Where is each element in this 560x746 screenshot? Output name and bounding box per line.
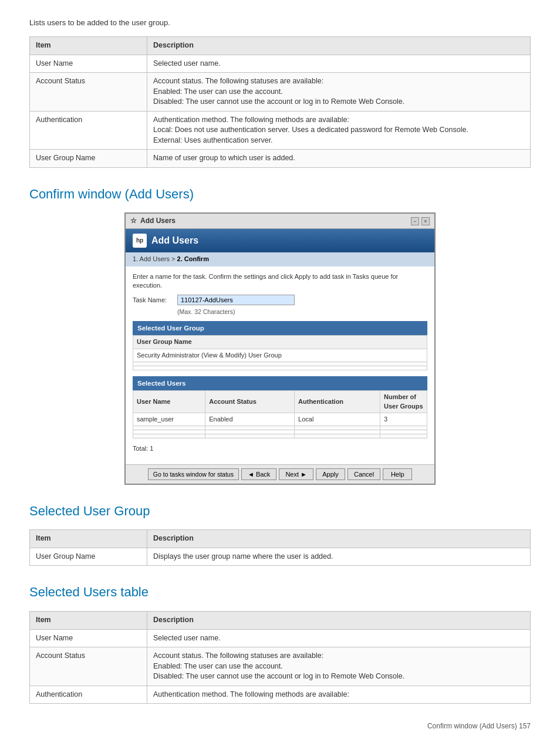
dialog-wrapper: ☆ Add Users − × hp Add Users 1. Add User…: [29, 212, 531, 484]
task-name-input[interactable]: [177, 295, 295, 305]
breadcrumb-arrow: >: [171, 255, 177, 262]
selected-user-group-table: Item Description User Group NameDisplays…: [29, 529, 531, 566]
page-footer: Confirm window (Add Users) 157: [29, 721, 531, 731]
users-table-cell: sample_user: [133, 413, 205, 426]
header-logo: hp: [133, 234, 147, 248]
section1-heading: Confirm window (Add Users): [29, 185, 531, 204]
users-table-cell: [380, 430, 427, 434]
users-table-cell: [205, 430, 295, 434]
users-col2-header: Account Status: [205, 391, 295, 413]
top-table-item: User Group Name: [30, 150, 147, 168]
users-table-cell: Local: [295, 413, 380, 426]
total-row: Total: 1: [133, 444, 427, 453]
sug-col1-header: Item: [30, 530, 147, 548]
user-group-row: [133, 362, 427, 366]
users-col3-header: Authentication: [295, 391, 380, 413]
section3-heading: Selected Users table: [29, 583, 531, 602]
dialog-breadcrumb: 1. Add Users > 2. Confirm: [126, 252, 434, 266]
top-table: Item Description User NameSelected user …: [29, 36, 531, 168]
users-table-cell: Enabled: [205, 413, 295, 426]
apply-button[interactable]: Apply: [316, 468, 345, 480]
users-col4-header: Number of User Groups: [380, 391, 427, 413]
selected-users-table: Item Description User NameSelected user …: [29, 611, 531, 704]
users-table-cell: [205, 426, 295, 430]
users-table-cell: 3: [380, 413, 427, 426]
user-group-col-header: User Group Name: [133, 336, 427, 349]
users-inner-table: User Name Account Status Authentication …: [133, 390, 427, 438]
users-table-cell: [133, 426, 205, 430]
dialog-footer: Go to tasks window for status ◄ Back Nex…: [126, 464, 434, 484]
user-group-row: Security Administrator (View & Modify) U…: [133, 349, 427, 362]
header-title: Add Users: [151, 234, 198, 247]
selected-user-group-header: Selected User Group: [133, 321, 427, 335]
help-button[interactable]: Help: [383, 468, 412, 480]
next-button[interactable]: Next ►: [279, 468, 313, 480]
section2-heading: Selected User Group: [29, 502, 531, 521]
back-button[interactable]: ◄ Back: [241, 468, 276, 480]
su-item: User Name: [30, 629, 147, 647]
top-table-col2-header: Description: [147, 37, 531, 55]
users-table-cell: [133, 430, 205, 434]
breadcrumb-step2: 2. Confirm: [177, 255, 209, 262]
titlebar-icons[interactable]: − ×: [411, 217, 430, 225]
close-icon[interactable]: ×: [421, 217, 430, 225]
dialog-instruction: Enter a name for the task. Confirm the s…: [133, 272, 427, 291]
su-description: Selected user name.: [147, 629, 531, 647]
top-table-description: Account status. The following statuses a…: [147, 73, 531, 112]
users-table-cell: [295, 434, 380, 438]
status-button[interactable]: Go to tasks window for status: [148, 468, 239, 480]
sug-col2-header: Description: [147, 530, 531, 548]
top-table-item: User Name: [30, 55, 147, 73]
su-item: Authentication: [30, 686, 147, 704]
top-table-description: Name of user group to which user is adde…: [147, 150, 531, 168]
users-table-cell: [205, 434, 295, 438]
top-table-item: Authentication: [30, 111, 147, 150]
dialog-header: hp Add Users: [126, 229, 434, 252]
breadcrumb-step1: 1. Add Users: [133, 255, 170, 262]
sug-description: Displays the user group name where the u…: [147, 548, 531, 566]
users-col1-header: User Name: [133, 391, 205, 413]
top-table-col1-header: Item: [30, 37, 147, 55]
titlebar-icon: ☆: [130, 216, 137, 226]
su-col2-header: Description: [147, 612, 531, 630]
top-table-description: Authentication method. The following met…: [147, 111, 531, 150]
dialog-titlebar-left: ☆ Add Users: [130, 216, 176, 226]
task-name-row: Task Name:: [133, 295, 427, 305]
sug-item: User Group Name: [30, 548, 147, 566]
users-table-cell: [295, 430, 380, 434]
users-table-cell: [133, 434, 205, 438]
top-table-item: Account Status: [30, 73, 147, 112]
users-table-cell: [380, 434, 427, 438]
user-group-row: [133, 366, 427, 370]
su-col1-header: Item: [30, 612, 147, 630]
titlebar-title: Add Users: [140, 216, 176, 226]
su-description: Account status. The following statuses a…: [147, 647, 531, 686]
dialog: ☆ Add Users − × hp Add Users 1. Add User…: [124, 212, 436, 484]
dialog-content: Enter a name for the task. Confirm the s…: [126, 266, 434, 464]
selected-users-header: Selected Users: [133, 376, 427, 390]
dialog-titlebar: ☆ Add Users − ×: [126, 214, 434, 229]
su-item: Account Status: [30, 647, 147, 686]
cancel-button[interactable]: Cancel: [348, 468, 380, 480]
task-name-hint: (Max. 32 Characters): [177, 308, 427, 316]
minimize-icon[interactable]: −: [411, 217, 419, 225]
users-table-cell: [295, 426, 380, 430]
task-name-label: Task Name:: [133, 296, 174, 305]
top-table-description: Selected user name.: [147, 55, 531, 73]
users-table-cell: [380, 426, 427, 430]
su-description: Authentication method. The following met…: [147, 686, 531, 704]
intro-text: Lists users to be added to the user grou…: [29, 18, 531, 28]
user-group-inner-table: User Group Name Security Administrator (…: [133, 335, 427, 370]
